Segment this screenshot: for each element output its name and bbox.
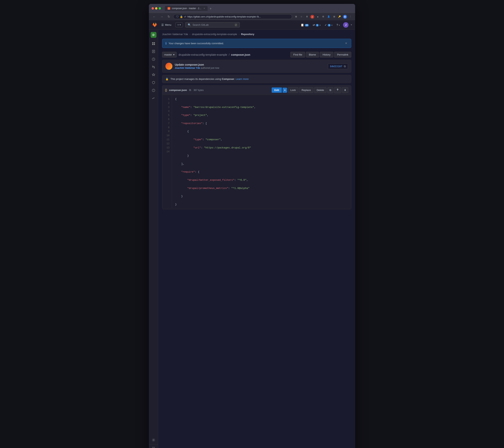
breadcrumb-sep-2: › — [239, 33, 239, 36]
sidebar-item-settings[interactable] — [150, 436, 157, 444]
grid-icon[interactable]: ⊞ — [294, 15, 298, 19]
svg-point-8 — [153, 439, 154, 441]
sidebar-item-cicd[interactable] — [150, 71, 157, 78]
composer-notice: 🔒 This project manages its dependencies … — [162, 75, 351, 83]
project-avatar[interactable]: D — [151, 32, 157, 38]
svg-point-5 — [152, 66, 153, 67]
extensions-icon[interactable]: ⚙ — [321, 15, 325, 19]
address-bar[interactable]: 🛡 🔒 ⇄ https://gitlab.cern.ch/jyde/drupal… — [173, 14, 292, 19]
gitlab-logo — [152, 22, 157, 28]
edit-button[interactable]: Edit — [272, 87, 282, 93]
code-toolbar: {} composer.json ⧉ 367 bytes Edit ▾ Lock… — [162, 85, 351, 95]
active-tab[interactable]: 🦊 composer.json · master · Joachi... + — [165, 6, 208, 11]
minimize-dot[interactable] — [155, 7, 157, 10]
copy-hash-button[interactable]: ⧉ — [344, 65, 346, 68]
line-numbers: 1 2 3 4 5 6 7 8 9 10 11 — [162, 95, 172, 209]
help-button[interactable]: ? ▾ — [336, 23, 341, 27]
commit-details: Update composer.json Joachim Valdemar Yd… — [175, 63, 325, 69]
replace-button[interactable]: Replace — [299, 87, 313, 93]
success-alert: ℹ Your changes have been successfully co… — [162, 39, 351, 48]
sidebar-expand-button[interactable]: >> — [149, 444, 158, 448]
view-raw-button[interactable] — [334, 87, 341, 93]
commit-time: just now — [211, 67, 219, 69]
refresh-button[interactable]: ↻ — [166, 14, 171, 19]
code-file-icon: {} — [165, 88, 167, 92]
branch-dropdown-icon: ▾ — [173, 53, 175, 56]
breadcrumb: Joachim Valdemar Yde › drupalsite-extrac… — [162, 33, 351, 36]
menu-button[interactable]: ☰ Menu — [160, 23, 173, 27]
file-actions: Find file Blame History Permalink — [290, 52, 351, 58]
file-path: drupalsite-extraconfig-template-example … — [179, 53, 288, 56]
blame-button[interactable]: Blame — [306, 52, 319, 58]
more-icon[interactable]: ⋮ — [348, 15, 352, 19]
content-area: Joachim Valdemar Yde › drupalsite-extrac… — [158, 30, 355, 448]
merge-request-button[interactable]: ⇄ 1 ▾ — [312, 23, 322, 27]
user-avatar-button[interactable]: J — [343, 22, 348, 28]
close-dot[interactable] — [152, 7, 154, 10]
search-placeholder: Search GitLab — [193, 23, 209, 26]
tab-close-icon[interactable]: + — [203, 7, 205, 10]
breadcrumb-project[interactable]: drupalsite-extraconfig-template-example — [192, 33, 237, 36]
left-sidebar: D — [149, 30, 158, 448]
code-viewer: {} composer.json ⧉ 367 bytes Edit ▾ Lock… — [162, 85, 351, 209]
avatar-dropdown-icon[interactable]: ▾ — [351, 23, 352, 26]
profile-avatar[interactable]: B — [343, 15, 347, 19]
breadcrumb-current: Repository — [241, 33, 254, 36]
url-text: https://gitlab.cern.ch/jyde/drupalsite-e… — [187, 15, 261, 18]
commit-author: Joachim Valdemar Yde — [175, 67, 200, 69]
copy-filename-button[interactable]: ⧉ — [189, 88, 192, 92]
sidebar-item-monitor[interactable] — [150, 95, 157, 102]
commit-meta: Joachim Valdemar Yde authored just now — [175, 67, 325, 69]
breadcrumb-sep-1: › — [190, 33, 190, 36]
file-path-project: drupalsite-extraconfig-template-example — [179, 53, 227, 56]
forward-button[interactable]: → — [159, 15, 164, 19]
sidebar-item-repository[interactable] — [150, 48, 157, 55]
edit-dropdown-button[interactable]: ▾ — [283, 88, 287, 93]
find-file-button[interactable]: Find file — [290, 52, 305, 58]
tab-title: composer.json · master · Joachi... — [172, 7, 202, 10]
passwords-icon[interactable]: 🔑 — [338, 15, 342, 19]
star-icon[interactable]: ☆ — [300, 15, 303, 19]
lock-icon: 🔒 — [165, 78, 168, 80]
sidebar-item-issues[interactable] — [150, 56, 157, 63]
code-text: { "name": "barros/drupalsite-extraconfig… — [172, 95, 351, 209]
maximize-dot[interactable] — [159, 7, 161, 10]
delete-button[interactable]: Delete — [314, 87, 326, 93]
commit-hash-value: b9d3318f — [330, 65, 342, 68]
commit-hash: b9d3318f ⧉ — [328, 63, 348, 69]
back-button[interactable]: ← — [152, 15, 157, 19]
file-path-filename: composer.json — [231, 53, 250, 56]
copy-raw-button[interactable]: ⧉ — [327, 87, 333, 93]
sidebar-item-deployments[interactable] — [150, 87, 157, 94]
search-bar[interactable]: 🔍 Search GitLab / — [185, 22, 240, 27]
apps-icon[interactable]: ⊞ — [332, 15, 336, 19]
issues-button[interactable]: ✓ 1 ▾ — [324, 23, 333, 27]
commit-title: Update composer.json — [175, 63, 325, 66]
commit-info: Update composer.json Joachim Valdemar Yd… — [162, 60, 351, 73]
profiles-icon[interactable]: 👤 — [327, 15, 331, 19]
sidebar-item-mergerequests[interactable] — [150, 63, 157, 71]
lock-button[interactable]: Lock — [288, 87, 298, 93]
todo-button[interactable]: 📋 19 — [300, 23, 310, 27]
download-icon[interactable]: ⬇ — [305, 15, 309, 19]
alert-message: Your changes have been successfully comm… — [168, 42, 342, 45]
file-header: master ▾ drupalsite-extraconfig-template… — [162, 52, 351, 58]
breadcrumb-user[interactable]: Joachim Valdemar Yde — [162, 33, 188, 36]
ublock-icon: μ — [310, 15, 314, 19]
sidebar-item-security[interactable] — [150, 79, 157, 86]
new-tab-button[interactable]: + — [208, 7, 213, 11]
commit-verb: authored — [201, 67, 211, 69]
commit-author-avatar — [165, 63, 172, 70]
code-content: 1 2 3 4 5 6 7 8 9 10 11 — [162, 95, 351, 209]
sidebar-item-overview[interactable] — [150, 40, 157, 47]
permalink-button[interactable]: Permalink — [334, 52, 351, 58]
svg-point-6 — [154, 67, 155, 68]
alert-close-button[interactable]: × — [344, 41, 348, 45]
new-item-button[interactable]: + ▾ — [175, 22, 183, 27]
code-actions: Edit ▾ Lock Replace Delete ⧉ ⬇ — [272, 87, 348, 93]
history-button[interactable]: History — [320, 52, 333, 58]
download-button[interactable]: ⬇ — [342, 87, 348, 93]
lastpass-icon: ● — [316, 15, 320, 19]
branch-selector[interactable]: master ▾ — [162, 52, 177, 58]
composer-learn-more-link[interactable]: Learn more — [236, 78, 249, 80]
